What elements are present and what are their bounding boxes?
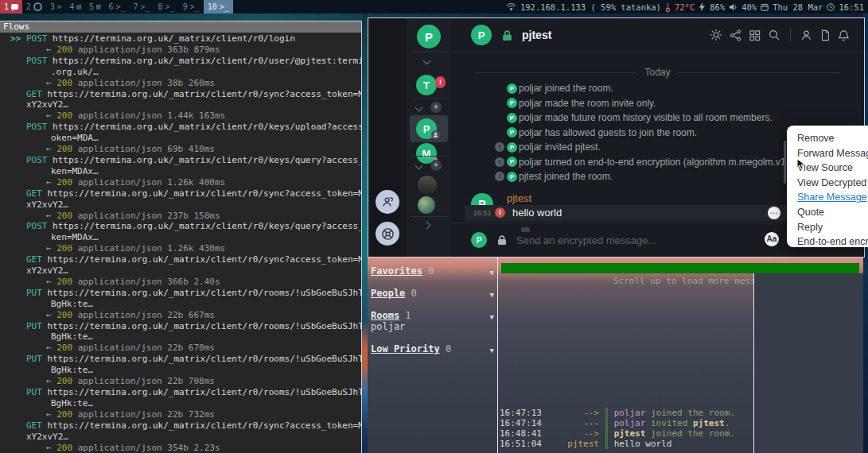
- mouse-cursor: [796, 158, 807, 170]
- explore-rooms-button[interactable]: [376, 222, 399, 246]
- mail-icon: ✉: [57, 3, 61, 10]
- event-avatar: P: [507, 142, 517, 153]
- workspace-4[interactable]: 4▤: [66, 0, 85, 14]
- timeline-scrollbar[interactable]: [784, 141, 786, 184]
- flow-entry[interactable]: POST https://termina.org.uk/_matrix/clie…: [0, 56, 361, 89]
- warning-icon: !: [495, 172, 504, 181]
- volume-level: 40%: [741, 2, 757, 12]
- flow-entry[interactable]: PUT https://termina.org.uk/_matrix/clien…: [0, 354, 361, 387]
- clock: 16:51: [839, 2, 864, 12]
- flows-list: >>POST https://termina.org.uk/_matrix/cl…: [0, 33, 361, 453]
- divider: [410, 99, 448, 99]
- room-title: pjtest: [522, 29, 551, 41]
- collapse-triangle-icon[interactable]: ▼: [490, 345, 494, 356]
- room-avatar[interactable]: P: [471, 25, 492, 45]
- formatting-chip[interactable]: [521, 227, 530, 232]
- workspace-2[interactable]: 2: [22, 0, 46, 14]
- event-avatar: P: [507, 83, 517, 94]
- settings-gear-icon[interactable]: [710, 29, 722, 41]
- add-room-button[interactable]: +: [430, 102, 442, 113]
- roomlist-section[interactable]: People 0▼: [371, 288, 493, 299]
- workspace-5[interactable]: 5▥: [85, 0, 104, 14]
- add-room-button[interactable]: +: [430, 160, 442, 171]
- temperature: 72°C: [675, 2, 695, 12]
- battery-level: 86%: [710, 2, 725, 12]
- room-avatar-t[interactable]: T: [416, 75, 437, 95]
- flow-entry[interactable]: POST https://termina.org.uk/_matrix/clie…: [0, 221, 361, 254]
- date-divider: Today: [475, 67, 840, 78]
- room-avatar-image[interactable]: [418, 176, 437, 195]
- panel-divider[interactable]: [497, 257, 498, 453]
- flow-entry[interactable]: PUT https://termina.org.uk/_matrix/clien…: [0, 288, 361, 321]
- room-item[interactable]: poljar: [371, 321, 493, 332]
- terminal-icon: >_: [141, 2, 150, 11]
- format-toggle-button[interactable]: Aa: [765, 232, 779, 246]
- clock-icon: [827, 3, 835, 11]
- share-icon[interactable]: [730, 29, 741, 41]
- chat-line: 16:47:14---║poljar invited pjtest.: [500, 418, 753, 428]
- menu-item-forward-message[interactable]: Forward Message: [797, 146, 868, 161]
- chevron-down-icon[interactable]: [415, 104, 423, 112]
- flow-entry[interactable]: GET https://termina.org.uk/_matrix/clien…: [0, 420, 361, 453]
- weechat-window: Favorites 0▼People 0▼Rooms 1▼poljarLow P…: [368, 257, 863, 453]
- divider: [410, 51, 448, 52]
- workspace-10[interactable]: 10>_: [204, 0, 233, 14]
- collapse-triangle-icon[interactable]: ▼: [490, 289, 494, 300]
- workspace-7[interactable]: 7>_: [130, 0, 154, 14]
- event-avatar: P: [507, 127, 517, 137]
- book-icon: ▤: [77, 3, 81, 10]
- room-avatar-image[interactable]: [418, 196, 435, 214]
- menu-item-view-decrypted-s[interactable]: View Decrypted S: [797, 176, 868, 191]
- status-area: 192.168.1.133 ( 59% tatanka) 72°C 86% 40…: [506, 2, 868, 12]
- menu-item-remove[interactable]: Remove: [797, 131, 868, 146]
- flow-entry[interactable]: POST https://termina.org.uk/_matrix/clie…: [0, 122, 361, 155]
- terminal-icon: >_: [165, 2, 175, 11]
- flow-entry[interactable]: PUT https://termina.org.uk/_matrix/clien…: [0, 321, 361, 354]
- apps-grid-icon[interactable]: [749, 29, 761, 41]
- buffer-list: Favorites 0▼People 0▼Rooms 1▼poljarLow P…: [368, 257, 497, 453]
- flow-entry[interactable]: GET https://termina.org.uk/_matrix/clien…: [0, 254, 361, 288]
- workspace-8[interactable]: 8>_: [154, 0, 179, 14]
- composer-lock-icon: [497, 234, 507, 246]
- collapse-triangle-icon[interactable]: ▼: [490, 267, 494, 278]
- menu-item-quote[interactable]: Quote: [797, 205, 868, 220]
- chevron-right-icon[interactable]: [423, 222, 431, 230]
- element-room-list: P T ! + P M +: [407, 18, 451, 257]
- roomlist-section[interactable]: Low Priority 0▼: [371, 343, 493, 354]
- menu-item-reply[interactable]: Reply: [797, 220, 868, 235]
- element-left-rail: [368, 18, 407, 257]
- flow-entry[interactable]: PUT https://termina.org.uk/_matrix/clien…: [0, 387, 361, 420]
- network-status: 192.168.1.133 ( 59% tatanka): [520, 2, 661, 12]
- message-row[interactable]: 16:51 ! hello world ...: [465, 205, 786, 221]
- flow-entry[interactable]: GET https://termina.org.uk/_matrix/clien…: [0, 188, 361, 222]
- menu-item-view-source[interactable]: View Source: [797, 161, 868, 176]
- warning-icon: !: [495, 157, 504, 167]
- chevron-down-icon[interactable]: [423, 57, 431, 65]
- terminal-icon: >_: [115, 2, 125, 11]
- warning-spacer: [495, 83, 504, 93]
- roomlist-section[interactable]: Favorites 0▼: [371, 265, 493, 277]
- workspace-9[interactable]: 9>_: [179, 0, 204, 14]
- notification-badge: !: [435, 76, 446, 88]
- workspace-6[interactable]: 6>_: [104, 0, 129, 14]
- flow-entry[interactable]: >>POST https://termina.org.uk/_matrix/cl…: [0, 33, 361, 56]
- notifications-bell-icon[interactable]: [838, 29, 850, 41]
- start-chat-button[interactable]: [376, 190, 399, 214]
- divider: [410, 156, 448, 157]
- collapse-triangle-icon[interactable]: ▼: [490, 312, 494, 323]
- workspace-3[interactable]: 3✉: [46, 0, 65, 14]
- search-icon[interactable]: [768, 29, 780, 41]
- user-avatar[interactable]: P: [417, 25, 441, 48]
- files-icon[interactable]: [819, 29, 831, 41]
- explore-icon: [381, 227, 395, 241]
- workspace-1[interactable]: 1: [0, 0, 22, 14]
- message-options-button[interactable]: ...: [768, 207, 780, 219]
- flow-entry[interactable]: POST https://termina.org.uk/_matrix/clie…: [0, 155, 361, 188]
- flow-entry[interactable]: GET https://termina.org.uk/_matrix/clien…: [0, 89, 361, 122]
- menu-item-end-to-end-encry[interactable]: End-to-end encry: [797, 234, 868, 247]
- chat-line: 16:47:13-->║poljar joined the room.: [500, 408, 753, 418]
- menu-item-share-message[interactable]: Share Message: [797, 190, 868, 205]
- roomlist-section[interactable]: Rooms 1▼: [371, 310, 493, 321]
- chevron-down-icon[interactable]: [415, 162, 423, 170]
- members-icon[interactable]: [800, 29, 812, 41]
